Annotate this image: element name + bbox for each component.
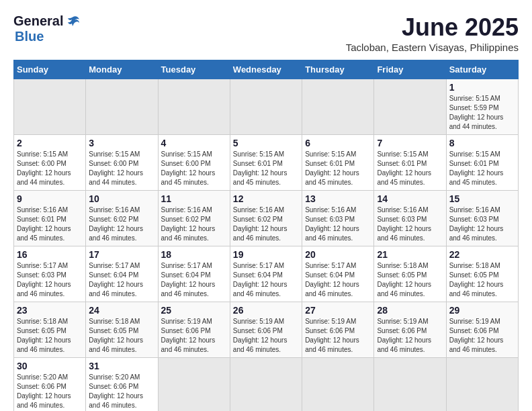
day-info: Sunrise: 5:16 AMSunset: 6:03 PMDaylight:…: [449, 205, 515, 243]
day-info: Sunrise: 5:15 AMSunset: 6:01 PMDaylight:…: [377, 150, 443, 187]
col-header-sunday: Sunday: [14, 60, 86, 79]
month-title: June 2025: [346, 13, 519, 42]
day-info: Sunrise: 5:17 AMSunset: 6:03 PMDaylight:…: [17, 261, 83, 299]
calendar-cell: 16Sunrise: 5:17 AMSunset: 6:03 PMDayligh…: [14, 246, 86, 302]
day-info: Sunrise: 5:20 AMSunset: 6:06 PMDaylight:…: [89, 373, 154, 410]
day-number: 21: [377, 249, 443, 260]
day-number: 13: [305, 193, 371, 204]
calendar-cell: 1Sunrise: 5:15 AMSunset: 5:59 PMDaylight…: [446, 79, 518, 135]
calendar-cell: [302, 358, 374, 412]
calendar-cell: 3Sunrise: 5:15 AMSunset: 6:00 PMDaylight…: [86, 135, 158, 191]
day-number: 30: [17, 361, 83, 371]
day-info: Sunrise: 5:17 AMSunset: 6:04 PMDaylight:…: [233, 261, 299, 299]
day-number: 4: [161, 138, 227, 148]
day-info: Sunrise: 5:16 AMSunset: 6:02 PMDaylight:…: [233, 205, 299, 243]
day-number: 31: [89, 361, 154, 371]
location-subtitle: Tacloban, Eastern Visayas, Philippines: [346, 42, 519, 53]
day-number: 26: [233, 305, 299, 316]
day-info: Sunrise: 5:19 AMSunset: 6:06 PMDaylight:…: [377, 317, 443, 355]
day-number: 16: [17, 249, 83, 260]
calendar-cell: 25Sunrise: 5:19 AMSunset: 6:06 PMDayligh…: [158, 302, 230, 358]
calendar-week-row: 30Sunrise: 5:20 AMSunset: 6:06 PMDayligh…: [14, 358, 519, 412]
calendar-cell: 17Sunrise: 5:17 AMSunset: 6:04 PMDayligh…: [86, 246, 158, 302]
col-header-saturday: Saturday: [446, 60, 518, 79]
calendar-cell: 19Sunrise: 5:17 AMSunset: 6:04 PMDayligh…: [230, 246, 302, 302]
logo-general-text: General: [13, 13, 63, 29]
day-number: 10: [89, 193, 154, 204]
day-number: 18: [161, 249, 227, 260]
day-info: Sunrise: 5:16 AMSunset: 6:02 PMDaylight:…: [161, 205, 227, 243]
col-header-monday: Monday: [86, 60, 158, 79]
calendar-cell: 23Sunrise: 5:18 AMSunset: 6:05 PMDayligh…: [14, 302, 86, 358]
day-info: Sunrise: 5:19 AMSunset: 6:06 PMDaylight:…: [449, 317, 515, 355]
calendar-cell: [374, 358, 446, 412]
day-info: Sunrise: 5:15 AMSunset: 6:00 PMDaylight:…: [161, 150, 227, 187]
calendar-cell: 26Sunrise: 5:19 AMSunset: 6:06 PMDayligh…: [230, 302, 302, 358]
calendar-cell: 12Sunrise: 5:16 AMSunset: 6:02 PMDayligh…: [230, 191, 302, 246]
day-number: 9: [17, 193, 83, 204]
day-info: Sunrise: 5:18 AMSunset: 6:05 PMDaylight:…: [449, 261, 515, 299]
calendar-cell: 21Sunrise: 5:18 AMSunset: 6:05 PMDayligh…: [374, 246, 446, 302]
day-info: Sunrise: 5:20 AMSunset: 6:06 PMDaylight:…: [17, 373, 83, 410]
logo-bird-icon: [66, 14, 81, 29]
calendar-cell: [374, 79, 446, 135]
calendar-cell: 28Sunrise: 5:19 AMSunset: 6:06 PMDayligh…: [374, 302, 446, 358]
col-header-friday: Friday: [374, 60, 446, 79]
calendar-cell: 20Sunrise: 5:17 AMSunset: 6:04 PMDayligh…: [302, 246, 374, 302]
day-info: Sunrise: 5:15 AMSunset: 5:59 PMDaylight:…: [449, 94, 515, 132]
day-number: 15: [449, 193, 515, 204]
day-number: 11: [161, 193, 227, 204]
day-number: 5: [233, 138, 299, 148]
day-number: 22: [449, 249, 515, 260]
day-number: 28: [377, 305, 443, 316]
day-number: 2: [17, 138, 83, 148]
day-info: Sunrise: 5:15 AMSunset: 6:00 PMDaylight:…: [17, 150, 83, 187]
calendar-cell: [302, 79, 374, 135]
calendar-cell: [14, 79, 86, 135]
calendar-cell: 2Sunrise: 5:15 AMSunset: 6:00 PMDaylight…: [14, 135, 86, 191]
calendar-cell: 27Sunrise: 5:19 AMSunset: 6:06 PMDayligh…: [302, 302, 374, 358]
calendar-week-row: 9Sunrise: 5:16 AMSunset: 6:01 PMDaylight…: [14, 191, 519, 246]
day-info: Sunrise: 5:16 AMSunset: 6:03 PMDaylight:…: [305, 205, 371, 243]
calendar-cell: 31Sunrise: 5:20 AMSunset: 6:06 PMDayligh…: [86, 358, 158, 412]
logo-blue-text: Blue: [15, 29, 44, 44]
day-info: Sunrise: 5:17 AMSunset: 6:04 PMDaylight:…: [305, 261, 371, 299]
calendar-cell: [86, 79, 158, 135]
calendar-week-row: 1Sunrise: 5:15 AMSunset: 5:59 PMDaylight…: [14, 79, 519, 135]
day-number: 29: [449, 305, 515, 316]
calendar-cell: 24Sunrise: 5:18 AMSunset: 6:05 PMDayligh…: [86, 302, 158, 358]
calendar-cell: 4Sunrise: 5:15 AMSunset: 6:00 PMDaylight…: [158, 135, 230, 191]
day-number: 24: [89, 305, 154, 316]
calendar-week-row: 2Sunrise: 5:15 AMSunset: 6:00 PMDaylight…: [14, 135, 519, 191]
calendar-cell: 29Sunrise: 5:19 AMSunset: 6:06 PMDayligh…: [446, 302, 518, 358]
day-info: Sunrise: 5:18 AMSunset: 6:05 PMDaylight:…: [377, 261, 443, 299]
calendar-cell: 18Sunrise: 5:17 AMSunset: 6:04 PMDayligh…: [158, 246, 230, 302]
calendar-cell: 7Sunrise: 5:15 AMSunset: 6:01 PMDaylight…: [374, 135, 446, 191]
col-header-thursday: Thursday: [302, 60, 374, 79]
calendar-cell: 13Sunrise: 5:16 AMSunset: 6:03 PMDayligh…: [302, 191, 374, 246]
calendar-cell: 6Sunrise: 5:15 AMSunset: 6:01 PMDaylight…: [302, 135, 374, 191]
day-info: Sunrise: 5:15 AMSunset: 6:01 PMDaylight:…: [233, 150, 299, 187]
title-area: June 2025 Tacloban, Eastern Visayas, Phi…: [346, 13, 519, 53]
day-info: Sunrise: 5:19 AMSunset: 6:06 PMDaylight:…: [161, 317, 227, 355]
day-number: 20: [305, 249, 371, 260]
day-info: Sunrise: 5:16 AMSunset: 6:02 PMDaylight:…: [89, 205, 154, 243]
calendar-cell: 11Sunrise: 5:16 AMSunset: 6:02 PMDayligh…: [158, 191, 230, 246]
day-info: Sunrise: 5:17 AMSunset: 6:04 PMDaylight:…: [89, 261, 154, 299]
day-number: 19: [233, 249, 299, 260]
calendar-cell: 30Sunrise: 5:20 AMSunset: 6:06 PMDayligh…: [14, 358, 86, 412]
calendar-table: SundayMondayTuesdayWednesdayThursdayFrid…: [13, 60, 519, 411]
calendar-cell: 5Sunrise: 5:15 AMSunset: 6:01 PMDaylight…: [230, 135, 302, 191]
day-number: 6: [305, 138, 371, 148]
col-header-tuesday: Tuesday: [158, 60, 230, 79]
calendar-cell: 9Sunrise: 5:16 AMSunset: 6:01 PMDaylight…: [14, 191, 86, 246]
day-info: Sunrise: 5:16 AMSunset: 6:01 PMDaylight:…: [17, 205, 83, 243]
calendar-week-row: 23Sunrise: 5:18 AMSunset: 6:05 PMDayligh…: [14, 302, 519, 358]
day-number: 14: [377, 193, 443, 204]
calendar-cell: [230, 358, 302, 412]
calendar-cell: [446, 358, 518, 412]
calendar-cell: 14Sunrise: 5:16 AMSunset: 6:03 PMDayligh…: [374, 191, 446, 246]
calendar-cell: [158, 79, 230, 135]
logo: General Blue: [13, 13, 81, 44]
day-number: 7: [377, 138, 443, 148]
